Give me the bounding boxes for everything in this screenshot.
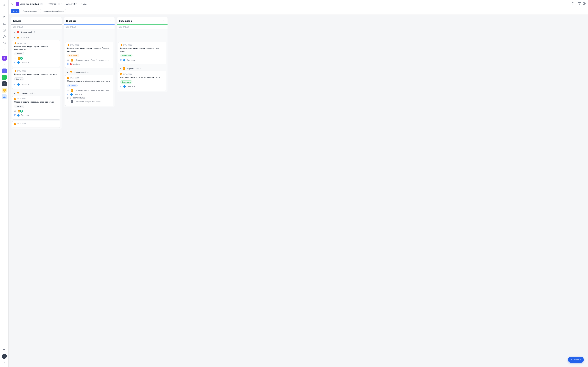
search-icon[interactable] (572, 2, 574, 6)
priority-header-critical[interactable]: ▼ 🔴 Критический 2 (11, 29, 61, 35)
normal-count-backlog: 4 (35, 92, 35, 94)
list-chevron-icon: ▾ (61, 3, 61, 5)
topbar-nav-add-view[interactable]: + Вид (80, 2, 88, 6)
sidebar-item-info[interactable] (1, 40, 7, 46)
priority-high-backlog: ▲ 🔶 Высокий 4 🔶 JAGA-3633 (11, 35, 61, 90)
card-type-label-3637: Стандарт (21, 114, 29, 116)
priority-critical-done (117, 29, 167, 36)
card-title-3634: Реализовать раздел админ панели – тригге… (14, 73, 58, 76)
author-avatar-3638: А (70, 100, 74, 103)
sidebar-item-history[interactable] (1, 34, 7, 40)
sidebar-app-menu[interactable]: ≡ (2, 81, 7, 86)
sidebar-app-emoji[interactable]: 😊 (2, 88, 7, 93)
card-3633[interactable]: 🔶 JAGA-3633 Реализовать раздел админ пан… (12, 40, 60, 67)
column-collapse-done[interactable]: ‹ (162, 19, 165, 23)
card-3635[interactable]: 🔶 JAGA-3635 Реализовать раздел админ пан… (65, 42, 113, 68)
sidebar-app-project[interactable]: П (2, 56, 7, 60)
task-type-icon-3638: ☑ (67, 93, 69, 95)
card-3639[interactable]: 🔼 JAGA-3639 Спроектировать прототипы раб… (118, 71, 166, 91)
settings-icon[interactable] (583, 2, 586, 6)
normal-count-inprogress: 4 (87, 71, 88, 73)
card-3640[interactable]: 🔼 JAGA-3640 (12, 121, 60, 128)
priority-toggle-normal-done[interactable]: ▲ (120, 67, 121, 70)
sidebar-item-filters[interactable] (1, 347, 7, 353)
svg-point-14 (68, 90, 69, 90)
card-id-3640: 🔼 JAGA-3640 (14, 123, 58, 125)
card-type-3637: ☑ 🔷 Стандарт (14, 114, 58, 117)
card-3636[interactable]: 🔶 JAGA-3636 Реализовать раздел админ пан… (118, 42, 166, 64)
filter-nedavno[interactable]: Недавно обновлённые (40, 9, 66, 13)
filter-icon[interactable] (578, 2, 581, 6)
topbar-title[interactable]: Мой канбан (26, 3, 39, 5)
filterbar: Мои Просроченные Недавно обновлённые (9, 8, 588, 15)
priority-high-inprogress: 🔶 JAGA-3635 Реализовать раздел админ пан… (64, 36, 114, 69)
assignee-avatar-3638: А (70, 89, 74, 92)
list-badge: 4 (58, 3, 60, 5)
priority-toggle-high[interactable]: ▲ (13, 37, 15, 39)
add-task-plus-icon: + (571, 359, 572, 361)
card-badge-3635[interactable]: Уточнение (67, 54, 79, 57)
normal-priority-icon-3639: 🔼 (120, 73, 122, 75)
card-badge-3634[interactable]: Сделать (14, 77, 24, 80)
card-badge-3633[interactable]: Сделать (14, 52, 24, 55)
column-collapse-backlog[interactable]: ‹ (56, 19, 60, 23)
sidebar-app-check[interactable]: ✓ (2, 75, 7, 80)
priority-header-normal-done[interactable]: ▲ 🔼 Нормальный 4 (117, 66, 167, 71)
topbar-nav-gantt[interactable]: ▬ Гант 4 ▾ (64, 2, 79, 6)
card-3637[interactable]: 🔼 JAGA-3637 Спроектировать настройку раб… (12, 96, 60, 120)
filter-moi[interactable]: Мои (11, 9, 19, 13)
list-label: Список (50, 3, 57, 5)
topbar-home-icon[interactable]: ⌂ (11, 2, 13, 6)
high-priority-icon: 🔶 (17, 36, 19, 39)
sidebar-item-home[interactable]: ⌂ (1, 2, 7, 7)
card-3638[interactable]: 🔼 JAGA-3638 Спроектировать отображение р… (65, 75, 113, 106)
priority-toggle-normal-backlog[interactable]: ▲ (13, 92, 15, 94)
user-avatar[interactable]: У (2, 354, 7, 359)
card-assignee-3635: А Исполнительская Анна Александровна (67, 58, 111, 62)
card-type-label-3638: Стандарт (74, 93, 82, 95)
avatar-2: T (20, 57, 23, 60)
add-view-icon: + (81, 3, 82, 5)
task-type-icon: ☑ (14, 61, 16, 64)
card-type-3636: ☑ 🔷 Стандарт (120, 58, 164, 61)
sidebar-item-tasks[interactable] (1, 27, 7, 33)
card-badge-3636[interactable]: Завершена (120, 54, 132, 57)
card-title-3636: Реализовать раздел админ панели – типы з… (120, 47, 164, 52)
card-title-3639: Спроектировать прототипы рабочего стола (120, 76, 164, 79)
sidebar-item-notifications[interactable] (1, 21, 7, 27)
card-author-3638: А Авторский Андрей Андреевич (67, 100, 111, 103)
normal-label-done: Нормальный (127, 67, 138, 70)
sidebar-item-chevron[interactable]: › (1, 8, 7, 14)
sidebar-item-collapse[interactable] (1, 47, 7, 52)
column-header-done: Завершено ‹ (117, 17, 167, 25)
priority-toggle-normal-inprogress[interactable]: ▲ (67, 71, 68, 73)
card-badge-3637[interactable]: Сделать (14, 105, 24, 108)
card-3634[interactable]: 🔶 JAGA-3634 Реализовать раздел админ пан… (12, 68, 60, 89)
sidebar-app-info[interactable]: i (2, 68, 7, 73)
card-id-3634: 🔶 JAGA-3634 (14, 70, 58, 72)
card-badge-3639[interactable]: Завершена (120, 80, 132, 83)
kanban-area: Бэклог ‹ 100 ЗАДАЧ ▼ 🔴 Критический 2 (9, 15, 588, 367)
priority-header-high[interactable]: ▲ 🔶 Высокий 4 (11, 35, 61, 40)
task-type-emoji-3637: 🔷 (17, 114, 20, 117)
priority-header-normal-backlog[interactable]: ▲ 🔼 Нормальный 4 (11, 90, 61, 96)
filter-prosrochennye[interactable]: Просроченные (21, 9, 39, 13)
add-task-label: Задача (573, 359, 581, 361)
priority-header-normal-inprogress[interactable]: ▲ 🔼 Нормальный 4 (64, 69, 114, 75)
critical-priority-icon: 🔴 (17, 31, 19, 33)
sidebar-item-expand-apps[interactable]: › (1, 62, 7, 67)
priority-critical-backlog: ▼ 🔴 Критический 2 (11, 29, 61, 35)
column-collapse-inprogress[interactable]: ‹ (109, 19, 112, 23)
add-task-button[interactable]: + Задача (568, 357, 584, 363)
topbar-nav-list[interactable]: ≡ Список 4 ▾ (47, 2, 63, 6)
high-priority-icon-card2: 🔶 (14, 70, 16, 72)
sidebar-app-cloud[interactable]: ☁ (2, 94, 7, 99)
card-type-label-3639: Стандарт (127, 85, 135, 87)
sidebar-item-search[interactable] (1, 15, 7, 20)
card-id-3635: 🔶 JAGA-3635 (67, 44, 111, 46)
card-type-3634: ☑ 🔷 Стандарт (14, 83, 58, 86)
sidebar-item-next[interactable]: › (1, 360, 7, 365)
priority-toggle-critical[interactable]: ▼ (13, 31, 15, 33)
card-badge-3638[interactable]: В работе (67, 84, 78, 87)
svg-point-11 (15, 58, 16, 58)
